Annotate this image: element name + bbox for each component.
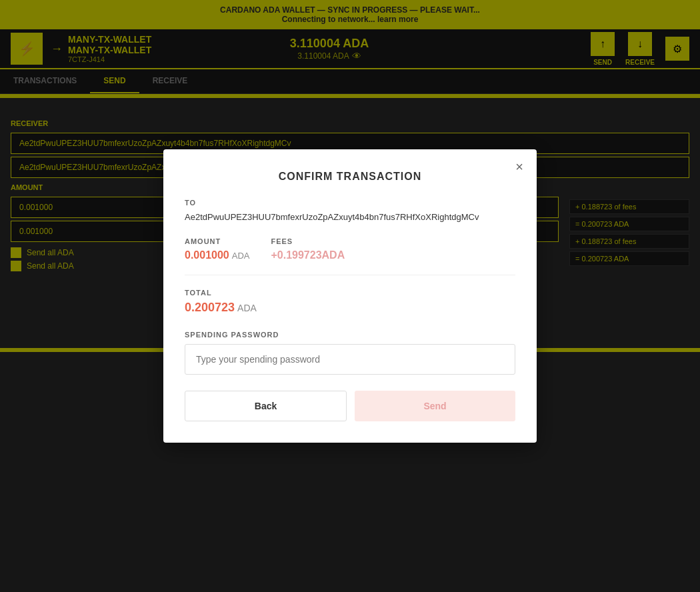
recipient-address: Ae2tdPwuUPEZ3HUU7bmfexrUzoZpAZxuyt4b4bn7… [185, 211, 515, 224]
spending-password-label: SPENDING PASSWORD [185, 331, 515, 339]
modal-buttons: Back Send [185, 391, 515, 421]
amount-fees-row: AMOUNT 0.001000ADA FEES +0.199723ADA [185, 237, 515, 261]
confirm-transaction-modal: CONFIRM TRANSACTION × TO Ae2tdPwuUPEZ3HU… [163, 149, 537, 443]
modal-title: CONFIRM TRANSACTION [185, 171, 515, 183]
amount-col: AMOUNT 0.001000ADA [185, 237, 249, 261]
spending-password-input[interactable] [185, 344, 515, 375]
modal-overlay: CONFIRM TRANSACTION × TO Ae2tdPwuUPEZ3HU… [0, 0, 700, 592]
amount-label: AMOUNT [185, 237, 249, 245]
fees-label: FEES [271, 237, 345, 245]
send-button[interactable]: Send [355, 391, 515, 421]
divider [185, 275, 515, 275]
close-button[interactable]: × [515, 160, 523, 173]
fees-value: +0.199723ADA [271, 249, 345, 261]
to-label: TO [185, 199, 515, 207]
back-button[interactable]: Back [185, 391, 347, 421]
fees-col: FEES +0.199723ADA [271, 237, 345, 261]
total-label: TOTAL [185, 289, 515, 297]
amount-value: 0.001000ADA [185, 249, 249, 261]
total-value: 0.200723ADA [185, 301, 515, 315]
